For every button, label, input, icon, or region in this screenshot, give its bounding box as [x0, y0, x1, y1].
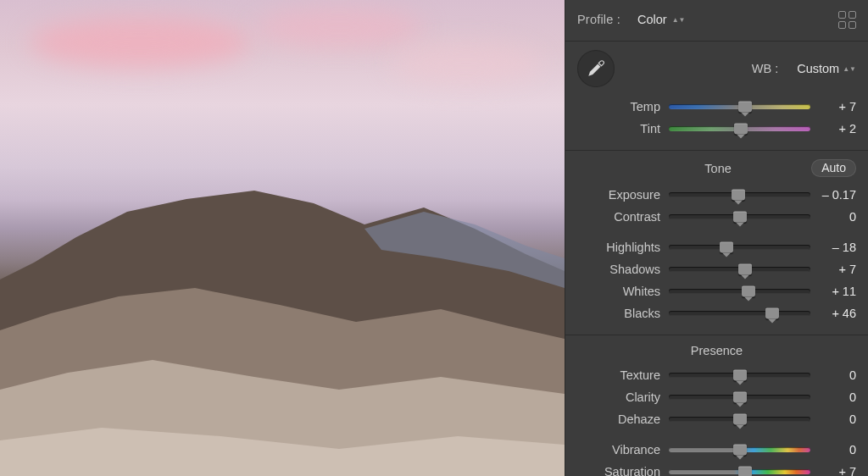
vibrance-label: Vibrance: [577, 443, 669, 457]
image-preview[interactable]: [0, 0, 565, 476]
stepper-icon[interactable]: ▲▼: [672, 18, 686, 22]
slider-thumb[interactable]: [733, 445, 747, 456]
temp-label: Temp: [577, 100, 669, 113]
slider-thumb[interactable]: [733, 392, 747, 403]
develop-panel: Profile : Color ▲▼ WB : Custom ▲▼ Temp +…: [565, 0, 868, 476]
exposure-slider[interactable]: [669, 192, 810, 197]
slider-thumb[interactable]: [738, 264, 752, 275]
profile-section: Profile : Color ▲▼: [565, 0, 868, 42]
vibrance-slider[interactable]: [669, 447, 810, 452]
highlights-value[interactable]: – 18: [810, 241, 856, 254]
dehaze-value[interactable]: 0: [810, 412, 856, 426]
highlights-label: Highlights: [577, 241, 669, 254]
temp-slider[interactable]: [669, 104, 810, 109]
profile-dropdown[interactable]: Color: [637, 13, 667, 26]
whites-label: Whites: [577, 285, 669, 298]
cloud: [390, 42, 542, 85]
saturation-slider[interactable]: [669, 469, 810, 474]
highlights-slider[interactable]: [669, 245, 810, 250]
clarity-value[interactable]: 0: [810, 390, 856, 404]
contrast-value[interactable]: 0: [810, 210, 856, 224]
wb-dropdown[interactable]: Custom: [797, 62, 839, 75]
slider-thumb[interactable]: [765, 308, 779, 319]
texture-slider[interactable]: [669, 373, 810, 378]
temp-slider-row: Temp + 7: [577, 96, 856, 118]
slider-thumb[interactable]: [732, 190, 745, 201]
shadows-value[interactable]: + 7: [810, 263, 856, 276]
clarity-slider[interactable]: [669, 395, 810, 400]
white-balance-picker-button[interactable]: [577, 50, 615, 87]
profile-browser-icon[interactable]: [838, 11, 856, 29]
exposure-label: Exposure: [577, 188, 669, 202]
mountain-ridge: [0, 178, 565, 476]
tint-slider-row: Tint + 2: [577, 118, 856, 140]
presence-section: Presence Texture0 Clarity0 Dehaze0 Vibra…: [565, 335, 868, 476]
presence-title: Presence: [577, 344, 856, 357]
tint-value[interactable]: + 2: [810, 122, 856, 136]
texture-value[interactable]: 0: [810, 368, 856, 382]
vibrance-value[interactable]: 0: [810, 443, 856, 457]
auto-button[interactable]: Auto: [811, 159, 856, 177]
tint-label: Tint: [577, 122, 669, 136]
slider-thumb[interactable]: [733, 414, 747, 425]
slider-thumb[interactable]: [733, 370, 747, 381]
slider-thumb[interactable]: [738, 102, 752, 113]
tone-section: Tone Auto Exposure– 0.17 Contrast0 Highl…: [565, 151, 868, 335]
eyedropper-icon: [585, 58, 607, 80]
slider-thumb[interactable]: [738, 467, 752, 477]
cloud: [254, 8, 424, 47]
shadows-slider[interactable]: [669, 267, 810, 272]
tint-slider[interactable]: [669, 126, 810, 131]
whites-slider[interactable]: [669, 289, 810, 294]
slider-thumb[interactable]: [734, 124, 748, 135]
exposure-value[interactable]: – 0.17: [810, 188, 856, 202]
slider-thumb[interactable]: [742, 286, 755, 297]
dehaze-label: Dehaze: [577, 412, 669, 426]
blacks-label: Blacks: [577, 307, 669, 320]
wb-label: WB :: [752, 62, 778, 75]
texture-label: Texture: [577, 368, 669, 382]
dehaze-slider[interactable]: [669, 417, 810, 422]
contrast-label: Contrast: [577, 210, 669, 224]
slider-thumb[interactable]: [720, 242, 733, 253]
slider-thumb[interactable]: [733, 212, 747, 223]
blacks-slider[interactable]: [669, 311, 810, 316]
tone-title: Tone: [577, 162, 811, 175]
contrast-slider[interactable]: [669, 214, 810, 219]
stepper-icon[interactable]: ▲▼: [843, 67, 856, 71]
whites-value[interactable]: + 11: [810, 285, 856, 298]
profile-label: Profile :: [577, 13, 620, 26]
saturation-value[interactable]: + 7: [810, 465, 856, 476]
shadows-label: Shadows: [577, 263, 669, 276]
cloud: [30, 17, 250, 68]
blacks-value[interactable]: + 46: [810, 307, 856, 320]
temp-value[interactable]: + 7: [810, 100, 856, 113]
clarity-label: Clarity: [577, 390, 669, 404]
white-balance-section: WB : Custom ▲▼ Temp + 7 Tint + 2: [565, 42, 868, 151]
saturation-label: Saturation: [577, 465, 669, 476]
